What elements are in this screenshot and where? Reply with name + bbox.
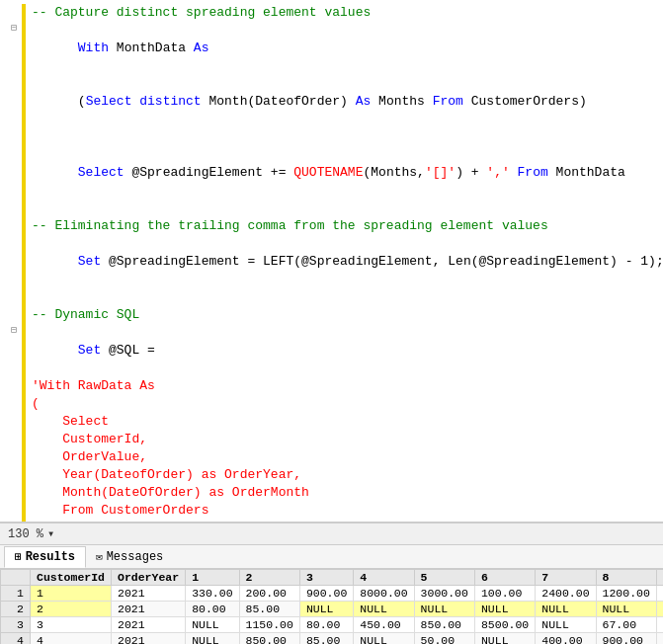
code-text: From CustomerOrders bbox=[32, 502, 663, 520]
table-row: 3 3 2021 NULL 1150.00 80.00 450.00 850.0… bbox=[1, 617, 664, 633]
yellow-indicator bbox=[22, 324, 26, 377]
col-2: 2 bbox=[239, 570, 299, 586]
code-text: 'With RawData As bbox=[32, 377, 663, 395]
cell-m5: 3000.00 bbox=[414, 586, 474, 602]
code-line: Month(DateOfOrder) as OrderMonth bbox=[0, 484, 663, 502]
table-row: 4 4 2021 NULL 850.00 85.00 NULL 50.00 NU… bbox=[1, 633, 664, 645]
cell-m2: 1150.00 bbox=[239, 617, 299, 633]
code-text bbox=[32, 288, 663, 306]
yellow-indicator bbox=[22, 306, 26, 324]
code-text: Select @SpreadingElement += QUOTENAME(Mo… bbox=[32, 146, 663, 200]
code-line: Select @SpreadingElement += QUOTENAME(Mo… bbox=[0, 146, 663, 200]
yellow-indicator bbox=[22, 448, 26, 466]
cell-m8: 900.00 bbox=[596, 633, 656, 645]
cell-m8: 67.00 bbox=[596, 617, 656, 633]
yellow-indicator bbox=[22, 466, 26, 484]
code-line: CustomerId, bbox=[0, 431, 663, 448]
cell-m1: 80.00 bbox=[186, 602, 239, 617]
yellow-indicator bbox=[22, 431, 26, 448]
cell-m1: 330.00 bbox=[186, 586, 239, 602]
tab-results[interactable]: ⊞ Results bbox=[4, 546, 86, 568]
cell-m2: 850.00 bbox=[239, 633, 299, 645]
yellow-indicator bbox=[22, 288, 26, 306]
cell-m9: 350.00 bbox=[656, 586, 663, 602]
cell-m3: 85.00 bbox=[299, 633, 353, 645]
cell-customerid: 4 bbox=[31, 633, 112, 645]
cell-orderyear: 2021 bbox=[112, 617, 186, 633]
cell-m1: NULL bbox=[186, 617, 239, 633]
line-gutter: ⊟ bbox=[8, 22, 20, 34]
cell-m4: 8000.00 bbox=[354, 586, 414, 602]
code-text: ) bbox=[32, 520, 663, 523]
code-text: ( bbox=[32, 395, 663, 413]
col-3: 3 bbox=[299, 570, 353, 586]
yellow-indicator bbox=[22, 217, 26, 235]
code-line: -- Dynamic SQL bbox=[0, 306, 663, 324]
cell-orderyear: 2021 bbox=[112, 586, 186, 602]
yellow-indicator bbox=[22, 4, 26, 22]
code-line: ⊟ Set @SQL = bbox=[0, 324, 663, 377]
cell-m7: 2400.00 bbox=[536, 586, 596, 602]
tab-messages-label: Messages bbox=[107, 550, 164, 564]
col-6: 6 bbox=[474, 570, 535, 586]
yellow-indicator bbox=[22, 146, 26, 200]
col-9: 9 bbox=[656, 570, 663, 586]
results-icon: ⊞ bbox=[15, 550, 22, 563]
yellow-indicator bbox=[22, 413, 26, 431]
cell-m6: NULL bbox=[474, 633, 535, 645]
cell-m7: 400.00 bbox=[536, 633, 596, 645]
tabs-bar: ⊞ Results ✉ Messages bbox=[0, 545, 663, 569]
cell-m7: NULL bbox=[536, 602, 596, 617]
row-num: 2 bbox=[1, 602, 31, 617]
code-text: Month(DateOfOrder) as OrderMonth bbox=[32, 484, 663, 502]
code-line bbox=[0, 200, 663, 217]
code-line: ( bbox=[0, 395, 663, 413]
cell-m4: 450.00 bbox=[354, 617, 414, 633]
cell-m8: 1200.00 bbox=[596, 586, 656, 602]
cell-m5: 50.00 bbox=[414, 633, 474, 645]
code-line: -- Eliminating the trailing comma from t… bbox=[0, 217, 663, 235]
tab-messages[interactable]: ✉ Messages bbox=[86, 546, 173, 568]
collapse-icon[interactable]: ⊟ bbox=[11, 324, 17, 336]
code-text: CustomerId, bbox=[32, 431, 663, 448]
col-5: 5 bbox=[414, 570, 474, 586]
code-line: (Select distinct Month(DateofOrder) As M… bbox=[0, 75, 663, 128]
yellow-indicator bbox=[22, 502, 26, 520]
yellow-indicator bbox=[22, 75, 26, 128]
messages-icon: ✉ bbox=[96, 550, 103, 563]
table-row: 1 1 2021 330.00 200.00 900.00 8000.00 30… bbox=[1, 586, 664, 602]
yellow-indicator bbox=[22, 484, 26, 502]
comment-text: -- Dynamic SQL bbox=[32, 306, 663, 324]
collapse-icon[interactable]: ⊟ bbox=[11, 22, 17, 34]
cell-m3: NULL bbox=[299, 602, 353, 617]
cell-m8: NULL bbox=[596, 602, 656, 617]
cell-m1: NULL bbox=[186, 633, 239, 645]
table-row: 2 2 2021 80.00 85.00 NULL NULL NULL NULL… bbox=[1, 602, 664, 617]
code-line: 'With RawData As bbox=[0, 377, 663, 395]
cell-m9: NULL bbox=[656, 617, 663, 633]
col-4: 4 bbox=[354, 570, 414, 586]
cell-m3: 900.00 bbox=[299, 586, 353, 602]
yellow-indicator bbox=[22, 200, 26, 217]
cell-m5: 850.00 bbox=[414, 617, 474, 633]
yellow-indicator bbox=[22, 395, 26, 413]
code-text: Set @SpreadingElement = LEFT(@SpreadingE… bbox=[32, 235, 663, 288]
cell-m9: NULL bbox=[656, 602, 663, 617]
code-text: (Select distinct Month(DateofOrder) As M… bbox=[32, 75, 663, 128]
code-text: OrderValue, bbox=[32, 448, 663, 466]
cell-customerid: 3 bbox=[31, 617, 112, 633]
cell-customerid: 2 bbox=[31, 602, 112, 617]
code-line: From CustomerOrders bbox=[0, 502, 663, 520]
dropdown-arrow[interactable]: ▾ bbox=[47, 526, 54, 541]
yellow-indicator bbox=[22, 520, 26, 523]
cell-m4: NULL bbox=[354, 633, 414, 645]
cell-orderyear: 2021 bbox=[112, 633, 186, 645]
code-line: -- Capture distinct spreading element va… bbox=[0, 4, 663, 22]
code-line: Select bbox=[0, 413, 663, 431]
col-rownum bbox=[1, 570, 31, 586]
cell-m4: NULL bbox=[354, 602, 414, 617]
table-header-row: CustomerId OrderYear 1 2 3 4 5 6 7 8 9 1… bbox=[1, 570, 664, 586]
yellow-indicator bbox=[22, 377, 26, 395]
cell-m9: 450.00 bbox=[656, 633, 663, 645]
col-orderyear: OrderYear bbox=[112, 570, 186, 586]
